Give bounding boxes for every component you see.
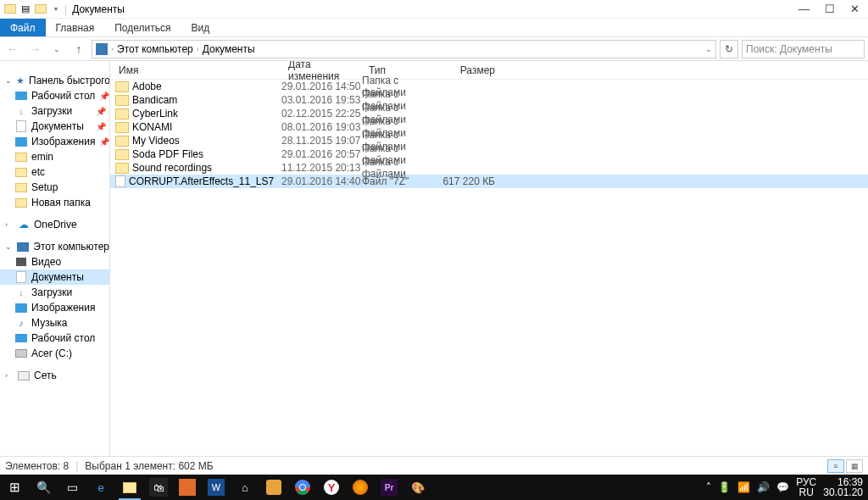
ribbon-tabs: Файл Главная Поделиться Вид: [0, 19, 868, 37]
sidebar-item-thispc[interactable]: ⌄Этот компьютер: [0, 239, 109, 254]
start-button[interactable]: ⊞: [0, 475, 29, 500]
sidebar-item-downloads-pc[interactable]: ↓Загрузки: [0, 285, 109, 300]
download-icon: ↓: [15, 286, 27, 298]
up-button[interactable]: ↑: [70, 40, 88, 58]
sidebar-item-drive-c[interactable]: Acer (C:): [0, 346, 109, 361]
tray-clock[interactable]: 16:3930.01.20: [823, 477, 863, 497]
sidebar-item-onedrive[interactable]: ›☁OneDrive: [0, 217, 109, 232]
file-name: CyberLink: [132, 108, 178, 119]
file-row[interactable]: Adobe29.01.2016 14:50Папка с файлами: [110, 80, 868, 93]
chevron-right-icon[interactable]: ›: [197, 45, 199, 53]
back-button[interactable]: ←: [3, 40, 22, 58]
file-date: 29.01.2016 14:50: [281, 81, 362, 92]
sidebar-item-setup[interactable]: Setup: [0, 180, 109, 195]
taskbar-app-chrome[interactable]: [288, 475, 317, 500]
pin-icon: 📌: [96, 122, 106, 131]
yandex-icon: Y: [324, 480, 339, 495]
file-row[interactable]: KONAMI08.01.2016 19:03Папка с файлами: [110, 120, 868, 134]
explorer-icon: [120, 478, 139, 497]
tab-file[interactable]: Файл: [0, 19, 46, 36]
file-icon: [115, 175, 125, 187]
taskbar-app-firefox[interactable]: [346, 475, 375, 500]
tray-wifi-icon[interactable]: 📶: [737, 481, 750, 493]
taskbar-app-word[interactable]: W: [202, 475, 231, 500]
close-button[interactable]: ✕: [850, 3, 860, 15]
sidebar-item-desktop[interactable]: Рабочий стол📌: [0, 88, 109, 103]
qat-dropdown-icon[interactable]: ▾: [49, 3, 63, 16]
taskbar-app-paint[interactable]: 🎨: [403, 475, 432, 500]
address-dropdown-icon[interactable]: ⌄: [705, 45, 712, 53]
sidebar-item-etc[interactable]: etc: [0, 164, 109, 180]
search-placeholder: Поиск: Документы: [746, 43, 832, 55]
address-box[interactable]: › Этот компьютер › Документы ⌄: [92, 40, 716, 58]
file-name: Adobe: [132, 81, 162, 92]
folder-icon: [115, 95, 129, 106]
folder-icon: [115, 81, 129, 92]
recent-dropdown[interactable]: ⌄: [47, 40, 66, 58]
sidebar-item-network[interactable]: ›Сеть: [0, 368, 109, 383]
taskbar-app-store[interactable]: 🛍: [144, 475, 173, 500]
taskbar-app-premiere[interactable]: Pr: [375, 475, 403, 500]
download-icon: ↓: [15, 105, 27, 117]
paint-icon: 🎨: [409, 478, 427, 497]
taskbar-app-home[interactable]: ⌂: [231, 475, 259, 500]
sidebar-item-documents[interactable]: Документы📌: [0, 119, 109, 134]
chevron-right-icon[interactable]: ›: [111, 45, 114, 53]
firefox-icon: [353, 480, 368, 495]
refresh-button[interactable]: ↻: [720, 40, 738, 58]
search-button[interactable]: 🔍: [29, 475, 58, 500]
column-name[interactable]: Имя: [112, 64, 281, 76]
qat-props-icon[interactable]: ▤: [19, 3, 32, 16]
file-row[interactable]: Bandicam03.01.2016 19:53Папка с файлами: [110, 93, 868, 107]
search-input[interactable]: Поиск: Документы: [742, 40, 865, 58]
tray-volume-icon[interactable]: 🔊: [757, 481, 770, 493]
file-row[interactable]: My Videos28.11.2015 19:07Папка с файлами: [110, 134, 868, 147]
file-row[interactable]: Soda PDF Files29.01.2016 20:57Папка с фа…: [110, 147, 868, 161]
view-large-button[interactable]: ▦: [846, 459, 863, 473]
tray-notification-icon[interactable]: 💬: [776, 481, 789, 493]
maximize-button[interactable]: ☐: [825, 3, 835, 15]
sidebar-item-emin[interactable]: emin: [0, 149, 109, 164]
tray-battery-icon[interactable]: 🔋: [718, 481, 731, 493]
tab-home[interactable]: Главная: [46, 19, 105, 36]
taskbar-app-yandex[interactable]: Y: [317, 475, 346, 500]
taskbar-app-orange[interactable]: [173, 475, 202, 500]
minimize-button[interactable]: —: [798, 3, 810, 15]
sidebar-item-pictures[interactable]: Изображения📌: [0, 134, 109, 149]
premiere-icon: Pr: [381, 479, 398, 496]
file-row[interactable]: Sound recordings11.12.2015 20:13Папка с …: [110, 161, 868, 175]
taskbar-app-explorer[interactable]: [115, 475, 144, 500]
column-date[interactable]: Дата изменения: [281, 61, 362, 82]
taskbar: ⊞ 🔍 ▭ e 🛍 W ⌂ Y Pr 🎨 ˄ 🔋 📶 🔊 💬 РУСRU 16:…: [0, 475, 868, 500]
sidebar-item-downloads[interactable]: ↓Загрузки📌: [0, 103, 109, 119]
sidebar-item-pictures-pc[interactable]: Изображения: [0, 300, 109, 315]
pictures-icon: [15, 302, 27, 314]
file-row[interactable]: CORRUPT.AfterEffects_11_LS729.01.2016 14…: [110, 175, 868, 188]
qat-folder-icon[interactable]: [34, 3, 47, 16]
task-view-button[interactable]: ▭: [58, 475, 86, 500]
breadcrumb-thispc[interactable]: Этот компьютер: [117, 43, 193, 55]
tray-language[interactable]: РУСRU: [796, 477, 816, 497]
tab-share[interactable]: Поделиться: [104, 19, 181, 36]
address-bar: ← → ⌄ ↑ › Этот компьютер › Документы ⌄ ↻…: [0, 37, 868, 61]
file-row[interactable]: CyberLink02.12.2015 22:25Папка с файлами: [110, 107, 868, 120]
sidebar-item-music[interactable]: ♪Музыка: [0, 315, 109, 331]
sidebar-item-desktop-pc[interactable]: Рабочий стол: [0, 331, 109, 346]
sidebar-item-newfolder[interactable]: Новая папка: [0, 195, 109, 210]
forward-button[interactable]: →: [25, 40, 44, 58]
sidebar-item-quick-access[interactable]: ⌄★Панель быстрого дс: [0, 73, 109, 88]
taskbar-app-yellow[interactable]: [259, 475, 288, 500]
column-size[interactable]: Размер: [442, 64, 502, 76]
file-date: 28.11.2015 19:07: [281, 135, 362, 147]
svg-point-4: [300, 485, 305, 490]
navigation-pane: ⌄★Панель быстрого дс Рабочий стол📌 ↓Загр…: [0, 61, 110, 456]
tab-view[interactable]: Вид: [181, 19, 220, 36]
tray-chevron-up-icon[interactable]: ˄: [706, 481, 711, 493]
taskbar-app-edge[interactable]: e: [86, 475, 115, 500]
sidebar-item-video[interactable]: Видео: [0, 254, 109, 269]
edge-icon: e: [92, 478, 110, 497]
pin-icon: 📌: [99, 92, 109, 101]
view-details-button[interactable]: ≡: [827, 459, 844, 473]
sidebar-item-documents-pc[interactable]: Документы: [0, 269, 109, 285]
breadcrumb-documents[interactable]: Документы: [203, 43, 255, 55]
